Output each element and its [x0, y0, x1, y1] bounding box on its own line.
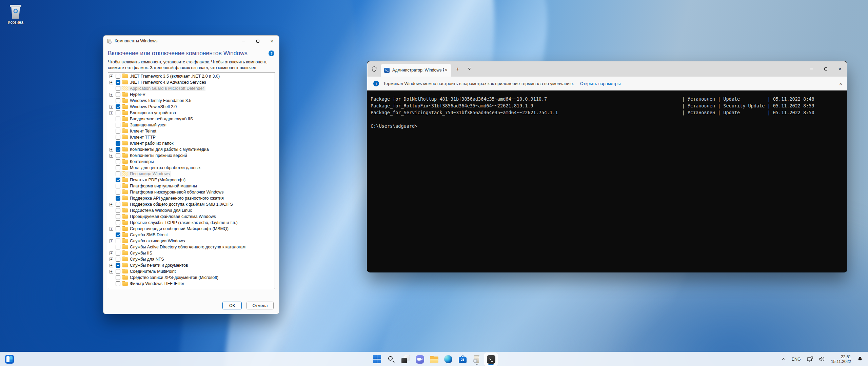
feature-row[interactable]: Фильтр Windows TIFF IFilter [108, 281, 275, 287]
feature-row[interactable]: +.NET Framework 4.8 Advanced Services [108, 79, 275, 85]
feature-row[interactable]: +Компоненты прежних версий [108, 152, 275, 159]
taskbar-widgets-button[interactable] [3, 352, 16, 366]
terminal-prompt[interactable]: C:\Users\adguard> [371, 123, 844, 129]
taskbar-start-button[interactable] [370, 352, 384, 366]
feature-row[interactable]: Средство записи XPS-документов (Microsof… [108, 274, 275, 281]
feature-row[interactable]: Подсистема Windows для Linux [108, 207, 275, 214]
feature-row[interactable]: +Службы для NFS [108, 256, 275, 262]
banner-close-icon[interactable]: × [839, 81, 842, 86]
expand-toggle[interactable]: + [110, 111, 116, 115]
feature-checkbox[interactable] [116, 257, 120, 262]
tray-language-switcher[interactable]: ENG [789, 353, 803, 365]
maximize-button[interactable] [818, 61, 833, 77]
feature-checkbox[interactable] [116, 275, 120, 280]
feature-row[interactable]: Платформа низкоуровневой оболочки Window… [108, 189, 275, 195]
maximize-button[interactable] [251, 36, 265, 46]
feature-row[interactable]: Windows Identity Foundation 3.5 [108, 98, 275, 104]
feature-row[interactable]: +Hyper-V [108, 92, 275, 98]
feature-checkbox[interactable] [116, 208, 120, 213]
feature-checkbox[interactable] [116, 269, 120, 274]
feature-row[interactable]: Служба SMB Direct [108, 232, 275, 238]
expand-toggle[interactable]: + [110, 251, 116, 255]
feature-checkbox[interactable] [116, 202, 120, 207]
feature-checkbox[interactable] [116, 123, 120, 127]
expand-toggle[interactable]: + [110, 264, 116, 267]
feature-row[interactable]: +.NET Framework 3.5 (включает .NET 2.0 и… [108, 73, 275, 79]
expand-toggle[interactable]: + [110, 93, 116, 97]
feature-row[interactable]: +Поддержка общего доступа к файлам SMB 1… [108, 201, 275, 207]
feature-checkbox[interactable] [116, 178, 120, 182]
help-button[interactable]: ? [269, 50, 274, 56]
feature-checkbox[interactable] [116, 74, 120, 79]
tray-notifications-button[interactable]: z [855, 353, 865, 365]
feature-row[interactable]: Песочница Windows [108, 171, 275, 177]
feature-checkbox[interactable] [116, 232, 120, 237]
expand-toggle[interactable]: + [110, 148, 116, 151]
feature-checkbox[interactable] [116, 92, 120, 97]
taskbar-chat-button[interactable] [413, 352, 427, 366]
ok-button[interactable]: ОК [222, 302, 242, 309]
recycle-bin-desktop-icon[interactable]: ♻ Корзина [2, 5, 29, 25]
feature-row[interactable]: Защищенный узел [108, 122, 275, 128]
feature-checkbox[interactable] [116, 220, 120, 225]
feature-row[interactable]: +Соединитель MultiPoint [108, 268, 275, 274]
expand-toggle[interactable]: + [110, 81, 116, 84]
features-listbox[interactable]: +.NET Framework 3.5 (включает .NET 2.0 и… [108, 72, 275, 289]
terminal-content[interactable]: Package_for_DotNetRollup_481~31bf3856ad3… [367, 90, 847, 129]
feature-checkbox[interactable] [116, 281, 120, 286]
feature-checkbox[interactable] [116, 190, 120, 195]
tray-volume-button[interactable] [817, 353, 827, 365]
feature-row[interactable]: Application Guard в Microsoft Defender [108, 85, 275, 92]
expand-toggle[interactable]: + [110, 270, 116, 273]
dialog-titlebar[interactable]: Компоненты Windows × [103, 36, 279, 46]
feature-row[interactable]: Простые службы TCPIP (такие как echo, da… [108, 220, 275, 226]
taskbar-store-button[interactable] [456, 352, 469, 366]
feature-checkbox[interactable] [116, 110, 120, 115]
taskbar-windows-features-button[interactable] [470, 352, 484, 366]
feature-checkbox[interactable] [116, 214, 120, 219]
feature-checkbox[interactable] [116, 153, 120, 158]
feature-checkbox[interactable] [116, 226, 120, 231]
feature-checkbox[interactable] [116, 239, 120, 243]
feature-row[interactable]: Клиент Telnet [108, 128, 275, 134]
feature-checkbox[interactable] [116, 117, 120, 121]
feature-checkbox[interactable] [116, 245, 120, 249]
expand-toggle[interactable]: + [110, 105, 116, 109]
feature-row[interactable]: Платформа виртуальной машины [108, 183, 275, 189]
tray-clock[interactable]: 22:51 15.11.2022 [829, 353, 853, 365]
feature-checkbox[interactable] [116, 196, 120, 201]
tray-hidden-icons-button[interactable] [780, 353, 788, 365]
taskbar-file-explorer-button[interactable] [427, 352, 441, 366]
feature-row[interactable]: Печать в PDF (Майкрософт) [108, 177, 275, 183]
feature-row[interactable]: Службы Active Directory облегченного дос… [108, 244, 275, 250]
terminal-tab[interactable]: >_ Администратор: Windows Pc × [381, 64, 451, 77]
expand-toggle[interactable]: + [110, 75, 116, 78]
feature-row[interactable]: Мост для центра обработки данных [108, 165, 275, 171]
new-tab-button[interactable]: + [456, 66, 459, 73]
feature-checkbox[interactable] [116, 165, 120, 170]
feature-checkbox[interactable] [116, 184, 120, 188]
feature-row[interactable]: +Windows PowerShell 2.0 [108, 104, 275, 110]
feature-checkbox[interactable] [116, 98, 120, 103]
taskbar-edge-button[interactable] [441, 352, 455, 366]
feature-checkbox[interactable] [116, 159, 120, 164]
taskbar-terminal-button[interactable]: >_ [484, 352, 498, 366]
feature-row[interactable]: +Службы печати и документов [108, 262, 275, 268]
feature-row[interactable]: +Компоненты для работы с мультимедиа [108, 146, 275, 152]
feature-row[interactable]: Клиент рабочих папок [108, 140, 275, 146]
feature-row[interactable]: +Службы IIS [108, 250, 275, 256]
feature-row[interactable]: +Блокировка устройства [108, 110, 275, 116]
cancel-button[interactable]: Отмена [246, 302, 274, 309]
minimize-button[interactable] [804, 61, 818, 77]
feature-checkbox[interactable] [116, 141, 120, 146]
close-button[interactable]: × [265, 36, 279, 46]
feature-row[interactable]: Контейнеры [108, 159, 275, 165]
taskbar-task-view-button[interactable] [399, 352, 412, 366]
tray-network-button[interactable] [805, 353, 815, 365]
expand-toggle[interactable]: + [110, 154, 116, 158]
feature-row[interactable]: +Служба активации Windows [108, 238, 275, 244]
expand-toggle[interactable]: + [110, 227, 116, 231]
close-button[interactable]: × [833, 61, 847, 77]
expand-toggle[interactable]: + [110, 239, 116, 243]
feature-checkbox[interactable] [116, 263, 120, 268]
